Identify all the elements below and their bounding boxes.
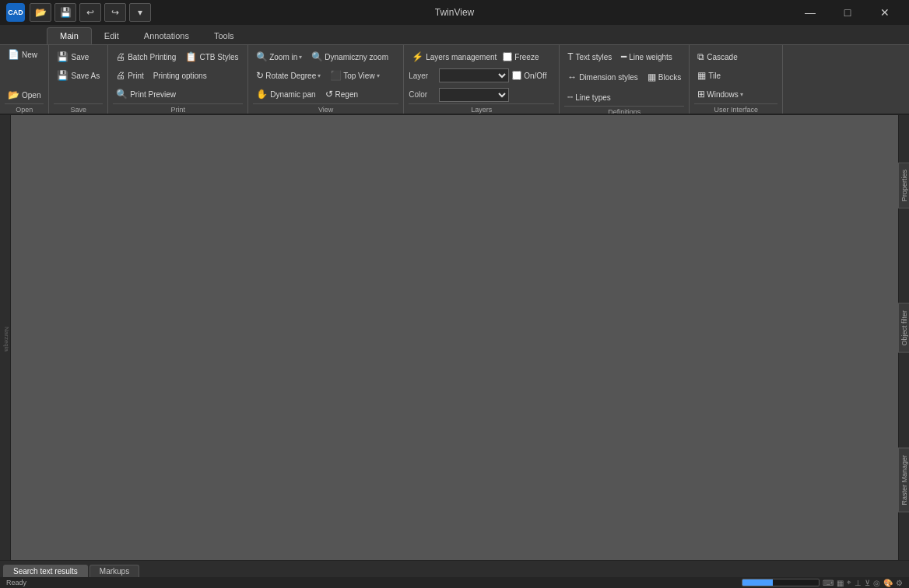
defs-buttons: T Text styles ━ Line weights ↔ Dimension… [564,48,684,106]
tile-icon: ▦ [697,70,706,81]
pan-icon: ✋ [256,89,268,100]
ctb-styles-button[interactable]: 📋 CTB Styles [182,51,241,63]
raster-manager-tab[interactable]: Raster Manager [898,448,910,513]
osnap-icon[interactable]: ◎ [873,579,880,587]
right-panel: Properties Object filter Raster Manager [898,115,909,560]
close-button[interactable]: ✕ [867,0,903,25]
tab-main[interactable]: Main [47,27,92,44]
ui-group-label: User Interface [694,103,777,114]
canvas-area[interactable] [11,115,898,560]
cascade-button[interactable]: ⧉ Cascade [694,51,740,63]
line-weights-icon: ━ [621,51,626,62]
ribbon-group-view: 🔍 Zoom in ▾ 🔍 Dynamiczny zoom ↻ Rotate D… [248,45,404,114]
save-file-icon[interactable]: 💾 [54,3,76,22]
dim-styles-icon: ↔ [567,72,577,82]
ortho-icon[interactable]: ⊥ [855,579,862,587]
grid-icon[interactable]: ▦ [837,579,844,587]
new-file-icon: 📄 [8,49,19,60]
freeze-checkbox[interactable] [503,52,512,61]
statusbar-tabs: Search text results Markups [0,561,909,577]
print-icon: 🖨 [116,70,125,81]
search-text-results-tab[interactable]: Search text results [3,565,88,577]
tab-tools[interactable]: Tools [202,27,247,44]
print-preview-icon: 🔍 [116,89,128,100]
line-weights-button[interactable]: ━ Line weights [618,51,676,63]
print-group-label: Print [113,103,243,114]
ribbon-group-ui: ⧉ Cascade ▦ Tile ⊞ Windows ▾ User Interf… [690,45,783,114]
titlebar-left: CAD 📂 💾 ↩ ↪ ▾ [6,3,151,22]
tab-annotations[interactable]: Annotations [132,27,202,44]
line-types-icon: ╌ [567,92,573,103]
dynamiczny-zoom-button[interactable]: 🔍 Dynamiczny zoom [308,51,391,63]
open-group-label: Open [5,103,44,114]
dimension-styles-button[interactable]: ↔ Dimension styles [564,71,641,83]
print-preview-button[interactable]: 🔍 Print Preview [113,88,179,100]
properties-tab[interactable]: Properties [898,163,910,208]
text-styles-button[interactable]: T Text styles [564,51,615,63]
blocks-icon: ▦ [648,72,656,82]
defs-group-label: Definitions [564,106,684,115]
batch-printing-button[interactable]: 🖨 Batch Printing [113,51,179,63]
line-types-button[interactable]: ╌ Line types [564,91,614,103]
markups-tab[interactable]: Markups [89,565,139,577]
settings-icon[interactable]: ▾ [129,3,151,22]
rotate-degree-button[interactable]: ↻ Rotate Degree ▾ [253,69,324,82]
app-logo: CAD [6,3,25,22]
layer-dropdown[interactable] [439,68,509,82]
status-text: Ready [6,579,26,586]
tile-button[interactable]: ▦ Tile [694,69,724,82]
new-button[interactable]: 📄 New [5,48,40,61]
statusbar: Search text results Markups Ready ⌨ ▦ ⌖ … [0,560,909,588]
config-icon[interactable]: ⚙ [896,579,903,587]
ribbon-group-layers: ⚡ Layers management Freeze Layer On/Off … [404,45,560,114]
windows-button[interactable]: ⊞ Windows ▾ [694,88,746,100]
top-view-icon: ⬛ [330,70,342,81]
keyboard-icon[interactable]: ⌨ [823,579,834,587]
layers-management-button[interactable]: ⚡ Layers management [409,51,500,63]
minimize-button[interactable]: — [792,0,828,25]
open-icon: 📂 [8,89,19,100]
save-icon: 💾 [57,51,68,62]
progress-bar [742,579,820,586]
freeze-checkbox-area: Freeze [503,52,539,61]
regen-icon: ↺ [325,89,333,100]
ctb-icon: 📋 [185,51,197,62]
polar-icon[interactable]: ⊻ [865,579,870,587]
maximize-button[interactable]: □ [830,0,865,25]
main-area: Narzeqia Properties Object filter Raster… [0,115,909,560]
left-ruler: Narzeqia [0,115,11,560]
rotate-icon: ↻ [256,70,264,81]
tab-edit[interactable]: Edit [92,27,132,44]
titlebar-controls: — □ ✕ [792,0,903,25]
zoom-in-button[interactable]: 🔍 Zoom in ▾ [253,51,305,63]
dynamic-pan-button[interactable]: ✋ Dynamic pan [253,88,318,100]
layers-icon: ⚡ [412,51,423,62]
ribbon-group-open: 📄 New 📂 Open Open [0,45,49,114]
save-group-label: Save [54,103,103,114]
print-button[interactable]: 🖨 Print [113,69,147,82]
text-styles-icon: T [567,51,573,62]
undo-icon[interactable]: ↩ [79,3,101,22]
titlebar-title: TwinView [435,7,474,18]
statusbar-icons: ⌨ ▦ ⌖ ⊥ ⊻ ◎ 🎨 ⚙ [742,578,903,587]
redo-icon[interactable]: ↪ [104,3,126,22]
windows-arrow: ▾ [740,91,743,98]
progress-fill [742,579,773,586]
on-off-checkbox[interactable] [512,71,521,80]
color-dropdown[interactable] [439,88,509,102]
save-button[interactable]: 💾 Save [54,51,92,63]
view-group-label: View [253,103,398,114]
open-button[interactable]: 📂 Open [5,89,44,101]
object-filter-tab[interactable]: Object filter [898,303,910,353]
ribbon-group-save: 💾 Save 💾 Save As Save [49,45,108,114]
open-file-icon[interactable]: 📂 [30,3,51,22]
top-view-button[interactable]: ⬛ Top View ▾ [327,69,382,82]
color-picker-icon[interactable]: 🎨 [883,579,893,587]
zoom-in-arrow: ▾ [299,54,302,61]
save-as-button[interactable]: 💾 Save As [54,69,103,82]
regen-button[interactable]: ↺ Regen [322,88,361,100]
snap-icon[interactable]: ⌖ [847,578,851,587]
titlebar-icons: 📂 💾 ↩ ↪ ▾ [30,3,151,22]
blocks-button[interactable]: ▦ Blocks [644,71,684,83]
layers-group-label: Layers [409,103,554,114]
